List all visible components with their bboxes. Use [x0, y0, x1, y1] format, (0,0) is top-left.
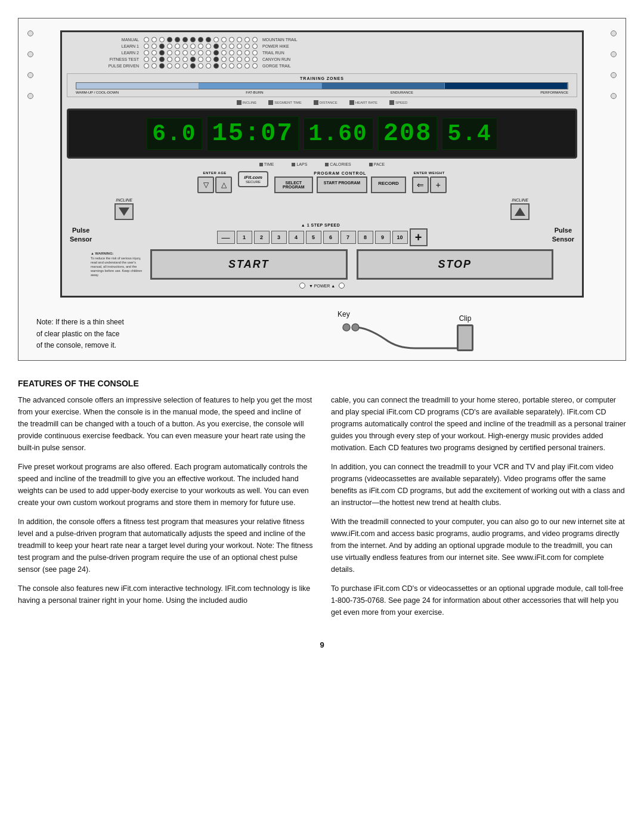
prog-dot — [229, 44, 234, 49]
dot — [611, 30, 617, 36]
features-para-5: cable, you can connect the treadmill to … — [331, 394, 626, 454]
prog-dot — [151, 57, 157, 62]
program-control-label: PROGRAM CONTROL — [314, 171, 366, 175]
sub-icon — [292, 163, 295, 166]
zone-warmup — [76, 83, 199, 89]
stop-button[interactable]: STOP — [357, 249, 554, 280]
svg-marker-1 — [515, 208, 525, 216]
prog-dot — [221, 37, 227, 42]
features-right-column: cable, you can connect the treadmill to … — [331, 394, 626, 625]
ifit-logo-subtext: SECURE — [244, 180, 262, 184]
prog-dot — [221, 63, 227, 69]
power-row: ▼ POWER ▲ — [67, 283, 577, 289]
speed-7-button[interactable]: 7 — [340, 231, 356, 244]
program-row-label: PULSE DRIVEN — [103, 64, 141, 68]
prog-dot — [144, 50, 149, 55]
prog-dot — [221, 57, 227, 62]
features-para-4: The console also features new iFit.com i… — [18, 583, 313, 606]
start-program-button[interactable]: START PROGRAM — [317, 176, 367, 193]
enter-age-label: ENTER AGE — [203, 171, 227, 175]
sub-label-laps: LAPS — [292, 162, 307, 166]
ifit-logo-text: iFit.com — [244, 175, 262, 180]
prog-dot — [144, 37, 149, 42]
prog-dot — [182, 57, 188, 62]
speed-9-button[interactable]: 9 — [375, 231, 391, 244]
clip-label: Clip — [459, 314, 472, 323]
prog-dot — [252, 44, 258, 49]
prog-dot — [151, 44, 157, 49]
prog-dot — [229, 57, 234, 62]
prog-dot — [229, 63, 234, 69]
power-label: ▼ POWER ▲ — [309, 284, 335, 288]
prog-dot — [237, 37, 242, 42]
prog-dot — [175, 44, 180, 49]
sub-label-time: TIME — [259, 162, 274, 166]
prog-dot — [167, 50, 172, 55]
ifit-logo-button[interactable]: iFit.com SECURE — [238, 171, 268, 187]
prog-dot — [144, 63, 149, 69]
zones-bar — [76, 82, 568, 89]
sub-label: CALORIES — [330, 162, 351, 166]
metric-label: SEGMENT TIME — [274, 101, 301, 104]
weight-forward-button[interactable]: + — [430, 176, 447, 193]
enter-weight-block: ENTER WEIGHT ⇐ + — [412, 171, 447, 193]
age-down-button[interactable]: ▽ — [197, 176, 214, 193]
select-program-button[interactable]: SELECT PROGRAM — [274, 176, 313, 193]
metric-incline: INCLINE — [237, 100, 257, 105]
prog-dot — [244, 37, 250, 42]
prog-dot-filled — [213, 44, 219, 49]
zone-performance — [445, 83, 568, 89]
prog-dot — [175, 57, 180, 62]
chevron-up-icon — [515, 208, 525, 216]
svg-marker-0 — [119, 208, 129, 216]
prog-dot-filled — [190, 57, 196, 62]
step-speed-label-row: ▲ 1 STEP SPEED — [301, 223, 343, 227]
prog-dot — [252, 57, 258, 62]
prog-dot — [244, 50, 250, 55]
right-program-label: MOUNTAIN TRAIL — [262, 38, 297, 42]
speed-8-button[interactable]: 8 — [358, 231, 373, 244]
prog-dot — [182, 44, 188, 49]
features-para-7: With the treadmill connected to your com… — [331, 516, 626, 575]
program-control-section: PROGRAM CONTROL SELECT PROGRAM START PRO… — [274, 171, 406, 193]
features-left-column: The advanced console offers an impressiv… — [18, 394, 313, 625]
features-section: FEATURES OF THE CONSOLE The advanced con… — [18, 373, 626, 631]
pulse-sensor-right: Pulse Sensor — [552, 226, 574, 243]
weight-back-button[interactable]: ⇐ — [412, 176, 429, 193]
age-up-button[interactable]: △ — [215, 176, 232, 193]
start-button[interactable]: START — [150, 249, 348, 280]
prog-dot — [159, 37, 165, 42]
prog-dot-filled — [213, 63, 219, 69]
speed-5-button[interactable]: 5 — [306, 231, 321, 244]
incline-left-label: INCLINE — [116, 198, 132, 202]
speed-2-button[interactable]: 2 — [254, 231, 270, 244]
incline-down-button[interactable] — [114, 203, 134, 220]
incline-up-button[interactable] — [510, 203, 530, 220]
features-para-3: In addition, the console offers a fitnes… — [18, 516, 313, 575]
metric-label: INCLINE — [243, 101, 257, 104]
speed-4-button[interactable]: 4 — [289, 231, 304, 244]
incline-down-section: INCLINE — [114, 198, 134, 220]
speed-minus-button[interactable]: — — [217, 231, 235, 244]
right-program-label: CANYON RUN — [262, 57, 290, 61]
speed-row: Pulse Sensor ▲ 1 STEP SPEED — 1 2 3 4 5 — [67, 223, 577, 246]
prog-dot — [229, 37, 234, 42]
prog-dot — [198, 63, 203, 69]
prog-dot — [182, 63, 188, 69]
bottom-area: Note: If there is a thin sheet of clear … — [27, 304, 617, 351]
speed-6-button[interactable]: 6 — [323, 231, 339, 244]
display-calories: 1.60 — [304, 118, 373, 150]
program-row-label: LEARN 2 — [103, 51, 141, 55]
prog-dot-filled — [159, 44, 165, 49]
speed-plus-button[interactable]: + — [410, 228, 428, 246]
chevron-down-icon — [119, 208, 129, 216]
metric-icon — [349, 100, 354, 105]
speed-1-button[interactable]: 1 — [237, 231, 252, 244]
sub-label: TIME — [264, 162, 274, 166]
speed-3-button[interactable]: 3 — [271, 231, 287, 244]
training-zones-section: TRAINING ZONES WARM-UP / COOL-DOWN FAT-B… — [67, 73, 577, 97]
display-incline: 6.0 — [147, 118, 202, 150]
sub-label: LAPS — [296, 162, 307, 166]
record-button[interactable]: RECORD — [371, 176, 406, 193]
speed-10-button[interactable]: 10 — [392, 231, 408, 244]
